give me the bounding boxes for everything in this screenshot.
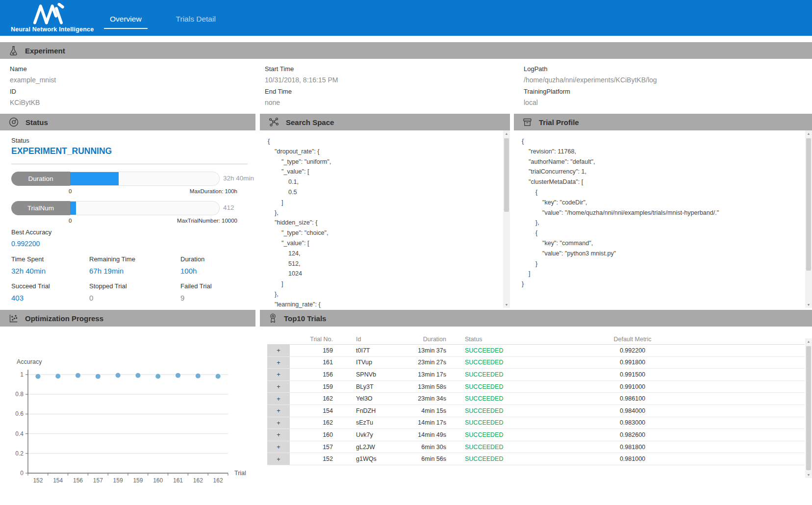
trial-row: +152g1WQs6min 56sSUCCEEDED0.981000 — [267, 453, 805, 465]
trial-profile-scroll-thumb[interactable] — [806, 138, 811, 271]
expand-row-button[interactable]: + — [267, 417, 290, 429]
expand-row-button[interactable]: + — [267, 357, 290, 369]
duration-progress-label: Duration — [11, 172, 70, 186]
status-title: Status — [25, 118, 48, 126]
expand-row-button[interactable]: + — [267, 441, 290, 453]
trialnum-min: 0 — [69, 218, 72, 224]
cell-trial-no: 157 — [290, 441, 341, 453]
x-tick-label: 156 — [73, 477, 83, 484]
trials-table-scrollbar[interactable]: ▲ ▼ — [805, 338, 812, 478]
medal-icon — [268, 313, 278, 324]
expand-row-button[interactable]: + — [267, 369, 290, 380]
tab-trials-detail[interactable]: Trials Detail — [170, 15, 222, 29]
best-accuracy-label: Best Accuracy — [11, 228, 51, 236]
status-panel-header: Status — [0, 114, 255, 130]
tab-trials-detail-label: Trials Detail — [176, 15, 216, 23]
scatter-point — [155, 374, 160, 379]
trials-table-header: Trial No. Id Duration Status Default Met… — [267, 334, 805, 345]
cell-default-metric: 0.981800 — [534, 441, 731, 453]
cell-trial-id: sEzTu — [341, 417, 397, 429]
expand-row-button[interactable]: + — [267, 393, 290, 404]
cell-duration: 6min 30s — [397, 441, 446, 453]
cell-default-metric: 0.991800 — [534, 357, 731, 369]
trial-row: +162Yel3O23min 34sSUCCEEDED0.986100 — [267, 393, 805, 405]
cell-duration: 23min 27s — [397, 357, 446, 369]
cell-status: SUCCEEDED — [446, 417, 534, 429]
y-tick-label: 0 — [20, 470, 24, 477]
cell-duration: 4min 15s — [397, 405, 446, 417]
stat-remaining-time-label: Remaining Time — [89, 255, 135, 263]
accuracy-scatter-chart: Accuracy10.80.60.40.20152154156157159159… — [0, 327, 255, 505]
scroll-down-icon[interactable]: ▼ — [805, 472, 812, 478]
x-tick-label: 162 — [213, 477, 223, 484]
field-end-time-value: none — [265, 99, 280, 106]
col-status: Status — [446, 336, 534, 343]
stat-failed-trial-label: Failed Trial — [180, 282, 212, 290]
trial-row: +162sEzTu14min 17sSUCCEEDED0.983000 — [267, 417, 805, 429]
scroll-down-icon[interactable]: ▼ — [805, 302, 812, 308]
field-start-time-value: 10/31/2018, 8:16:15 PM — [265, 76, 338, 84]
hyperparameter-icon — [268, 117, 279, 127]
tab-overview[interactable]: Overview — [104, 15, 148, 29]
scroll-up-icon[interactable]: ▲ — [805, 130, 812, 137]
cell-duration: 23min 34s — [397, 393, 446, 404]
cell-duration: 13min 58s — [397, 381, 446, 393]
search-space-json-text: { "dropout_rate": { "_type": "uniform", … — [268, 130, 498, 308]
stat-succeed-trial-value: 403 — [11, 294, 24, 302]
stat-duration-value: 100h — [180, 267, 197, 275]
scroll-up-icon[interactable]: ▲ — [503, 130, 510, 137]
expand-row-button[interactable]: + — [267, 381, 290, 393]
duration-progress-fill — [70, 172, 119, 185]
expand-row-button[interactable]: + — [267, 429, 290, 441]
col-default-metric: Default Metric — [534, 336, 731, 343]
optimization-panel-header: Optimization Progress — [0, 310, 255, 327]
expand-row-button[interactable]: + — [267, 405, 290, 417]
flask-icon — [8, 45, 19, 56]
top-trials-title: Top10 Trials — [284, 314, 326, 323]
expand-row-button[interactable]: + — [267, 453, 290, 465]
cell-trial-no: 156 — [290, 369, 341, 380]
field-platform-value: local — [524, 99, 538, 106]
trialnum-progress-value: 412 — [223, 204, 234, 211]
cell-default-metric: 0.991500 — [534, 369, 731, 380]
cell-trial-id: t0I7T — [341, 345, 397, 356]
scroll-down-icon[interactable]: ▼ — [503, 302, 510, 308]
search-space-scrollbar[interactable]: ▲ ▼ — [503, 130, 510, 308]
cell-status: SUCCEEDED — [446, 405, 534, 417]
expand-row-button[interactable]: + — [267, 345, 290, 356]
cell-trial-no: 154 — [290, 405, 341, 417]
scroll-up-icon[interactable]: ▲ — [805, 338, 812, 345]
y-tick-label: 0.8 — [15, 391, 24, 398]
status-value: EXPERIMENT_RUNNING — [11, 146, 112, 156]
trial-profile-json-text: { "revision": 11768, "authorName": "defa… — [522, 130, 799, 289]
col-trial-no: Trial No. — [290, 336, 341, 343]
trial-profile-title: Trial Profile — [539, 118, 579, 126]
cell-status: SUCCEEDED — [446, 345, 534, 356]
brand-title: Neural Network Intelligence — [11, 26, 94, 33]
cell-default-metric: 0.981000 — [534, 453, 731, 465]
search-space-json: { "dropout_rate": { "_type": "uniform", … — [268, 130, 498, 308]
cell-duration: 13min 37s — [397, 345, 446, 356]
field-logpath-value: /home/quzha/nni/experiments/KCiBytKB/log — [524, 76, 657, 84]
stat-stopped-trial-label: Stopped Trial — [89, 282, 127, 290]
archive-box-icon — [522, 117, 533, 127]
trial-row: +159BLy3T13min 58sSUCCEEDED0.991000 — [267, 381, 805, 393]
scatter-point — [116, 373, 121, 378]
trial-profile-json: { "revision": 11768, "authorName": "defa… — [522, 130, 799, 308]
field-name-value: example_mnist — [10, 76, 56, 84]
optimization-title: Optimization Progress — [25, 314, 103, 323]
duration-progress-track — [70, 172, 220, 186]
field-name-label: Name — [10, 65, 27, 73]
main-nav: Overview Trials Detail — [104, 15, 222, 29]
y-tick-label: 1 — [20, 371, 24, 378]
search-space-title: Search Space — [286, 118, 334, 126]
search-space-scroll-thumb[interactable] — [504, 138, 509, 212]
cell-default-metric: 0.986100 — [534, 393, 731, 404]
trial-row: +156SPNVb13min 17sSUCCEEDED0.991500 — [267, 369, 805, 381]
cell-trial-id: gL2JW — [341, 441, 397, 453]
trials-table-scroll-thumb[interactable] — [806, 346, 811, 470]
duration-progress-value: 32h 40min — [223, 175, 254, 182]
cell-default-metric: 0.982600 — [534, 429, 731, 441]
trial-profile-scrollbar[interactable]: ▲ ▼ — [805, 130, 812, 308]
field-id-label: ID — [10, 88, 16, 95]
